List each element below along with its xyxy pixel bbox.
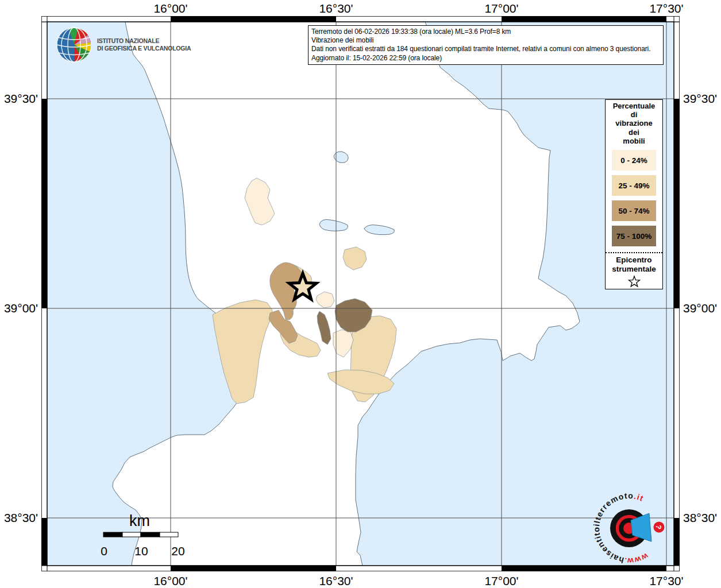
info-line-source: Dati non verificati estratti da 184 ques… [311, 45, 660, 53]
legend-divider [606, 252, 662, 253]
legend-swatch-label: 0 - 24% [620, 156, 647, 165]
legend-swatch: 25 - 49% [612, 175, 656, 196]
earthquake-info-box: Terremoto del 06-02-2026 19:33:38 (ora l… [308, 25, 664, 65]
ingv-globe-icon [56, 27, 92, 63]
info-line-updated: Aggiornato il: 15-02-2026 22:59 (ora loc… [311, 54, 660, 63]
legend-swatch-label: 50 - 74% [618, 207, 649, 215]
legend: Percentuale di vibrazione dei mobili 0 -… [605, 99, 663, 289]
legend-star-icon [627, 275, 641, 289]
legend-swatch-label: 75 - 100% [616, 232, 652, 241]
legend-swatch: 75 - 100% [612, 226, 656, 246]
info-line-type: Vibrazione dei mobili [311, 36, 660, 45]
axis-label-lat: 39°30' [1, 92, 38, 106]
axis-label-lon: 16°00' [136, 574, 205, 588]
map-canvas: km 0 10 20 [41, 16, 680, 571]
axis-label-lon: 16°00' [136, 2, 205, 16]
scale-tick: 10 [134, 544, 148, 558]
logo-url-www: www. [623, 551, 650, 566]
axis-label-lon: 16°30' [302, 2, 371, 16]
axis-label-lon: 17°30' [632, 2, 701, 16]
legend-swatch: 0 - 24% [612, 150, 656, 171]
ingv-name-line1: ISTITUTO NAZIONALE [97, 37, 191, 45]
axis-label-lat: 39°00' [683, 301, 721, 315]
axis-label-lon: 16°30' [302, 574, 371, 588]
ingv-logo: ISTITUTO NAZIONALE DI GEOFISICA E VULCAN… [56, 27, 191, 63]
axis-label-lon: 17°00' [467, 2, 536, 16]
legend-title-line: mobili [606, 137, 662, 145]
legend-title-line: Percentuale [606, 102, 662, 110]
legend-title-line: di [606, 110, 662, 119]
axis-label-lat: 38°30' [1, 511, 38, 525]
haisentito-logo: ? www.haisentito ilterremoto.it [588, 487, 671, 570]
legend-title-line: dei [606, 128, 662, 137]
scale-bar-unit: km [129, 512, 150, 529]
axis-label-lat: 39°30' [683, 92, 721, 106]
axis-label-lat: 39°00' [1, 301, 38, 315]
page: { "branding": { "ingv_line1": "ISTITUTO … [0, 0, 721, 588]
ingv-name-line2: DI GEOFISICA E VULCANOLOGIA [97, 45, 191, 52]
legend-title-line: vibrazione [606, 119, 662, 127]
legend-swatch: 50 - 74% [612, 200, 656, 221]
legend-epicenter-label: Epicentro [606, 256, 662, 265]
info-line-event: Terremoto del 06-02-2026 19:33:38 (ora l… [311, 28, 660, 36]
legend-epicenter-label: strumentale [606, 265, 662, 274]
legend-swatch-label: 25 - 49% [618, 181, 649, 190]
axis-label-lon: 17°30' [632, 574, 701, 588]
scale-tick: 20 [171, 544, 184, 558]
logo-question-mark: ? [654, 524, 664, 529]
logo-url-tld: .it [633, 492, 645, 503]
axis-label-lat: 38°30' [683, 511, 721, 525]
scale-tick: 0 [101, 544, 107, 558]
axis-label-lon: 17°00' [467, 574, 536, 588]
